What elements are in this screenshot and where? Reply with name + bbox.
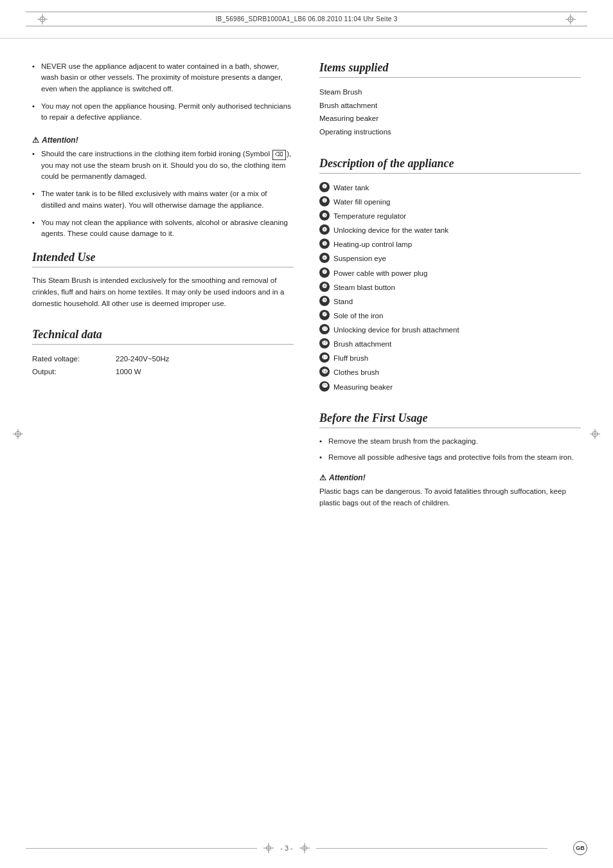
attention-title-2: Attention! — [319, 473, 581, 482]
footer-crosshair-left — [263, 843, 274, 853]
items-supplied-list: Steam Brush Brush attachment Measuring b… — [319, 86, 581, 139]
safety-bullet-2: You may not open the appliance housing. … — [32, 101, 294, 123]
tech-row-voltage: Rated voltage: 220-240V~50Hz — [32, 352, 294, 366]
safety-bullet-list: NEVER use the appliance adjacent to wate… — [32, 61, 294, 123]
desc-num-15: ⓯ — [319, 381, 330, 392]
desc-num-3: ❸ — [319, 210, 330, 221]
header-bar: IB_56986_SDRB1000A1_LB6 06.08.2010 11:04… — [0, 0, 613, 39]
supplied-item-1: Steam Brush — [319, 86, 581, 99]
desc-item-3: ❸ Temperature regulator — [319, 210, 581, 222]
technical-data-heading: Technical data — [32, 328, 294, 345]
desc-item-5: ❺ Heating-up control lamp — [319, 238, 581, 251]
desc-num-2: ❷ — [319, 196, 330, 206]
description-section: Description of the appliance ❶ Water tan… — [319, 157, 581, 393]
desc-item-12: ⓬ Brush attachment — [319, 338, 581, 350]
footer-page-number: - 3 - — [280, 844, 293, 852]
intended-use-text: This Steam Brush is intended exclusively… — [32, 275, 294, 309]
header-line-top — [26, 12, 587, 12]
before-usage-section: Before the First Usage Remove the steam … — [319, 411, 581, 509]
desc-item-15: ⓯ Measuring beaker — [319, 381, 581, 393]
desc-num-12: ⓬ — [319, 338, 330, 348]
tech-label-voltage: Rated voltage: — [32, 352, 103, 366]
iron-symbol: ⌫ — [272, 150, 286, 160]
supplied-item-2: Brush attachment — [319, 99, 581, 113]
desc-item-4: ❹ Unlocking device for the water tank — [319, 224, 581, 237]
footer-center: - 3 - — [263, 843, 310, 853]
side-crosshair-right — [590, 429, 600, 439]
content-area: NEVER use the appliance adjacent to wate… — [0, 39, 613, 566]
side-crosshair-left — [13, 429, 23, 439]
header-line-bottom — [26, 26, 587, 26]
tech-data-table: Rated voltage: 220-240V~50Hz Output: 100… — [32, 352, 294, 379]
header-crosshair-left — [37, 14, 48, 24]
items-supplied-heading: Items supplied — [319, 61, 581, 78]
desc-item-14: ⓮ Clothes brush — [319, 366, 581, 379]
intended-use-section: Intended Use This Steam Brush is intende… — [32, 251, 294, 309]
attention-list-1: Should the care instructions in the clot… — [32, 149, 294, 239]
intended-use-heading: Intended Use — [32, 251, 294, 267]
technical-data-section: Technical data Rated voltage: 220-240V~5… — [32, 328, 294, 379]
before-usage-list: Remove the steam brush from the packagin… — [319, 436, 581, 464]
footer-crosshair-right — [299, 843, 310, 853]
attention-item-2: The water tank is to be filled exclusive… — [32, 188, 294, 211]
desc-item-9: ❾ Stand — [319, 295, 581, 308]
items-supplied-section: Items supplied Steam Brush Brush attachm… — [319, 61, 581, 139]
desc-num-13: ⓭ — [319, 352, 330, 363]
header-file-info: IB_56986_SDRB1000A1_LB6 06.08.2010 11:04… — [209, 15, 404, 23]
desc-num-9: ❾ — [319, 296, 330, 306]
desc-item-6: ❻ Suspension eye — [319, 252, 581, 265]
page: IB_56986_SDRB1000A1_LB6 06.08.2010 11:04… — [0, 0, 613, 868]
description-list: ❶ Water tank ❷ Water fill opening ❸ Temp… — [319, 181, 581, 393]
desc-item-1: ❶ Water tank — [319, 181, 581, 194]
left-column: NEVER use the appliance adjacent to wate… — [32, 61, 294, 527]
gb-badge: GB — [573, 841, 587, 855]
desc-item-11: ⓫ Unlocking device for brush attachment — [319, 323, 581, 336]
tech-value-output: 1000 W — [116, 365, 141, 379]
desc-num-11: ⓫ — [319, 324, 330, 334]
supplied-item-3: Measuring beaker — [319, 112, 581, 125]
safety-bullet-1: NEVER use the appliance adjacent to wate… — [32, 61, 294, 95]
header-crosshair-right — [565, 14, 576, 24]
desc-num-1: ❶ — [319, 182, 330, 192]
desc-item-8: ❽ Steam blast button — [319, 281, 581, 294]
desc-num-6: ❻ — [319, 253, 330, 263]
desc-num-14: ⓮ — [319, 366, 330, 377]
before-usage-heading: Before the First Usage — [319, 411, 581, 428]
footer-line-right — [316, 848, 547, 849]
desc-item-2: ❷ Water fill opening — [319, 195, 581, 208]
desc-num-7: ❼ — [319, 267, 330, 278]
desc-num-10: ❿ — [319, 310, 330, 320]
attention-item-3: You may not clean the appliance with sol… — [32, 217, 294, 240]
right-column: Items supplied Steam Brush Brush attachm… — [319, 61, 581, 527]
desc-num-5: ❺ — [319, 239, 330, 249]
desc-num-4: ❹ — [319, 224, 330, 235]
attention-block-2: Attention! Plastic bags can be dangerous… — [319, 473, 581, 509]
footer: - 3 - GB — [0, 841, 613, 855]
before-usage-item-2: Remove all possible adhesive tags and pr… — [319, 452, 581, 463]
desc-item-7: ❼ Power cable with power plug — [319, 267, 581, 280]
footer-line-left — [26, 848, 257, 849]
attention-block-1: Attention! Should the care instructions … — [32, 136, 294, 239]
desc-num-8: ❽ — [319, 282, 330, 292]
attention-text-2: Plastic bags can be dangerous. To avoid … — [319, 486, 581, 509]
before-usage-item-1: Remove the steam brush from the packagin… — [319, 436, 581, 447]
tech-row-output: Output: 1000 W — [32, 365, 294, 379]
description-heading: Description of the appliance — [319, 157, 581, 174]
attention-title-1: Attention! — [32, 136, 294, 145]
tech-value-voltage: 220-240V~50Hz — [116, 352, 169, 366]
supplied-item-4: Operating instructions — [319, 125, 581, 139]
tech-label-output: Output: — [32, 365, 103, 379]
attention-item-1: Should the care instructions in the clot… — [32, 149, 294, 182]
desc-item-10: ❿ Sole of the iron — [319, 309, 581, 322]
desc-item-13: ⓭ Fluff brush — [319, 352, 581, 365]
